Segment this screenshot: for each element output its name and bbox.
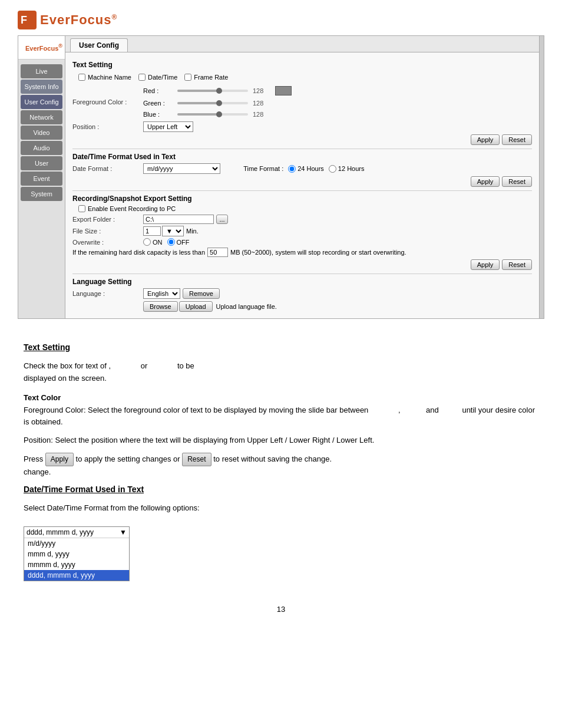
sidebar-item-user[interactable]: User: [21, 156, 62, 170]
file-size-label: File Size :: [72, 228, 143, 235]
main-panel: F EverFocus® Live System Info User Confi…: [18, 35, 544, 319]
browse-button[interactable]: Browse: [143, 301, 178, 312]
hd-warning-prefix: If the remaining hard disk capacity is l…: [72, 249, 205, 256]
blue-slider-thumb[interactable]: [216, 111, 222, 117]
dropdown-option-0[interactable]: m/d/yyyy: [24, 538, 129, 549]
hd-capacity-input[interactable]: [207, 248, 228, 257]
blue-slider-row: Blue : 128: [143, 111, 292, 118]
date-time-checkbox[interactable]: [138, 74, 146, 81]
text-setting-apply-button[interactable]: Apply: [471, 134, 500, 145]
text-checkboxes: Machine Name Date/Time Frame Rate: [78, 74, 228, 81]
main-logo-text: EverFocus®: [40, 12, 117, 28]
dropdown-option-2[interactable]: mmmm d, yyyy: [24, 559, 129, 570]
date-format-dropdown-sim: dddd, mmmm d, yyyy ▼ m/d/yyyy mmm d, yyy…: [24, 526, 130, 581]
language-select[interactable]: English: [143, 288, 180, 299]
doc-apply-btn: Apply: [45, 453, 74, 466]
sidebar-item-audio[interactable]: Audio: [21, 141, 62, 155]
date-format-label: Date Format :: [72, 165, 143, 172]
file-size-select[interactable]: ▼: [162, 226, 184, 236]
red-label: Red :: [143, 87, 173, 94]
language-label: Language :: [72, 290, 143, 297]
red-slider-row: Red : 128: [143, 86, 292, 95]
recording-reset-button[interactable]: Reset: [502, 259, 532, 270]
sidebar-item-system[interactable]: System: [21, 187, 62, 201]
doc-datetime-heading: Date/Time Format Used in Text: [24, 485, 538, 494]
everfocus-logo-icon: F: [18, 11, 37, 29]
green-label: Green :: [143, 100, 173, 107]
remove-language-button[interactable]: Remove: [183, 288, 220, 299]
doc-text-color-heading: Text Color: [24, 393, 538, 402]
scroll-indicator[interactable]: [539, 36, 544, 318]
hd-warning-suffix: MB (50~2000), system will stop recording…: [230, 249, 406, 256]
sidebar-item-user-config[interactable]: User Config: [21, 95, 62, 109]
text-setting-btn-row: Apply Reset: [72, 134, 532, 145]
dropdown-option-3[interactable]: dddd, mmmm d, yyyy: [24, 570, 129, 581]
position-select[interactable]: Upper Left Lower Right Lower Left: [143, 121, 193, 132]
overwrite-label: Overwrite :: [72, 239, 143, 246]
text-setting-header: Text Setting: [72, 61, 532, 69]
datetime-btn-row: Apply Reset: [72, 176, 532, 187]
green-slider-track[interactable]: [177, 102, 248, 104]
tab-bar: User Config: [65, 36, 539, 52]
datetime-reset-button[interactable]: Reset: [502, 176, 532, 187]
dropdown-chevron-icon: ▼: [120, 528, 127, 536]
frame-rate-checkbox[interactable]: [184, 74, 191, 81]
time-12h-radio[interactable]: [329, 165, 336, 173]
tab-user-config[interactable]: User Config: [70, 38, 128, 52]
doc-datetime-para: Select Date/Time Format from the followi…: [24, 502, 538, 515]
datetime-apply-button[interactable]: Apply: [471, 176, 500, 187]
recording-btn-row: Apply Reset: [72, 259, 532, 270]
upload-button[interactable]: Upload: [179, 301, 213, 312]
red-color-swatch: [275, 86, 292, 95]
time-12h-radio-item[interactable]: 12 Hours: [329, 165, 365, 173]
sidebar-item-live[interactable]: Live: [21, 64, 62, 78]
green-slider-thumb[interactable]: [216, 100, 222, 106]
divider-3: [72, 274, 532, 274]
language-setting-header: Language Setting: [72, 278, 532, 286]
blue-value: 128: [253, 111, 270, 118]
dropdown-header[interactable]: dddd, mmmm d, yyyy ▼: [24, 527, 129, 538]
machine-name-label: Machine Name: [88, 74, 131, 81]
sidebar-item-network[interactable]: Network: [21, 110, 62, 124]
top-logo-area: F EverFocus®: [0, 0, 562, 35]
position-row: Position : Upper Left Lower Right Lower …: [72, 121, 532, 132]
time-24h-radio[interactable]: [288, 165, 296, 173]
file-size-unit: Min.: [186, 228, 199, 235]
dropdown-header-text: dddd, mmmm d, yyyy: [27, 528, 94, 536]
sidebar-item-event[interactable]: Event: [21, 172, 62, 186]
machine-name-checkbox[interactable]: [78, 74, 85, 81]
enable-event-row: Enable Event Recording to PC: [72, 205, 532, 212]
enable-event-label: Enable Event Recording to PC: [88, 205, 176, 212]
frame-rate-checkbox-item[interactable]: Frame Rate: [184, 74, 228, 81]
divider-2: [72, 190, 532, 191]
doc-press-para: Press Apply to apply the setting changes…: [24, 453, 538, 479]
hd-warning-row: If the remaining hard disk capacity is l…: [72, 248, 532, 257]
foreground-color-label: Foreground Color :: [72, 98, 143, 106]
export-folder-input[interactable]: [143, 215, 214, 224]
overwrite-row: Overwrite : ON OFF: [72, 238, 532, 246]
sidebar-item-system-info[interactable]: System Info: [21, 80, 62, 94]
overwrite-on-item[interactable]: ON: [143, 238, 163, 246]
dropdown-option-1[interactable]: mmm d, yyyy: [24, 549, 129, 559]
enable-event-checkbox[interactable]: [78, 205, 85, 212]
red-slider-track[interactable]: [177, 90, 248, 92]
blue-slider-track[interactable]: [177, 113, 248, 116]
date-format-select[interactable]: m/d/yyyy mmm d, yyyy mmmm d, yyyy dddd, …: [143, 163, 220, 174]
content-area: User Config Text Setting Machine Name Da…: [65, 36, 539, 318]
overwrite-on-radio[interactable]: [143, 238, 151, 246]
sidebar-item-video[interactable]: Video: [21, 126, 62, 140]
red-slider-thumb[interactable]: [216, 88, 222, 94]
doc-text-setting-heading: Text Setting: [24, 342, 538, 352]
sidebar-logo-text: EverFocus®: [25, 43, 62, 52]
recording-apply-button[interactable]: Apply: [471, 259, 500, 270]
export-folder-browse-button[interactable]: ...: [216, 215, 228, 224]
machine-name-checkbox-item[interactable]: Machine Name: [78, 74, 131, 81]
date-time-checkbox-item[interactable]: Date/Time: [138, 74, 177, 81]
date-time-label: Date/Time: [148, 74, 177, 81]
time-24h-radio-item[interactable]: 24 Hours: [288, 165, 324, 173]
language-row: Language : English Remove: [72, 288, 532, 299]
file-size-input[interactable]: [143, 226, 161, 236]
overwrite-off-radio[interactable]: [167, 238, 175, 246]
overwrite-off-item[interactable]: OFF: [167, 238, 190, 246]
text-setting-reset-button[interactable]: Reset: [502, 134, 532, 145]
